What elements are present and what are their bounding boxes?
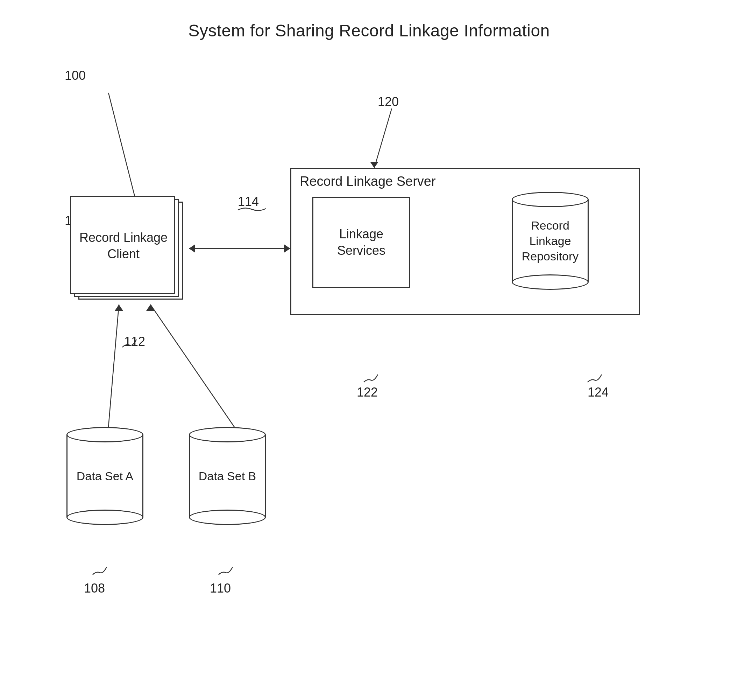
- svg-marker-3: [370, 162, 379, 168]
- dataset-b-cylinder: Data Set B: [189, 427, 266, 525]
- diagram-title: System for Sharing Record Linkage Inform…: [0, 21, 738, 40]
- repository-label: Record Linkage Repository: [512, 218, 589, 264]
- dataset-a-label: Data Set A: [66, 468, 144, 484]
- svg-marker-11: [115, 304, 123, 311]
- record-linkage-client-stack: Record Linkage Client: [70, 196, 189, 301]
- record-linkage-server-box: Record Linkage Server Linkage Services R…: [290, 168, 640, 315]
- linkage-services-box: Linkage Services: [313, 197, 410, 288]
- ref-124: 124: [588, 385, 609, 400]
- diagram-arrows: [0, 0, 738, 700]
- dataset-b-label: Data Set B: [189, 468, 266, 484]
- record-linkage-repository-cylinder: Record Linkage Repository: [512, 192, 589, 290]
- ref-110: 110: [210, 581, 231, 596]
- client-label: Record Linkage Client: [71, 197, 176, 295]
- linkage-services-label: Linkage Services: [313, 226, 409, 259]
- client-page-front: Record Linkage Client: [70, 196, 175, 294]
- ref-108: 108: [84, 581, 105, 596]
- svg-marker-6: [189, 244, 195, 253]
- svg-marker-13: [146, 304, 155, 311]
- svg-line-2: [374, 109, 392, 168]
- svg-line-12: [150, 304, 234, 427]
- diagram-container: System for Sharing Record Linkage Inform…: [0, 0, 738, 700]
- ref-122: 122: [357, 385, 378, 400]
- svg-marker-5: [284, 244, 290, 253]
- ref-112: 112: [124, 334, 145, 349]
- ref-100: 100: [65, 68, 86, 83]
- ref-114: 114: [238, 194, 259, 209]
- dataset-a-cylinder: Data Set A: [66, 427, 144, 525]
- svg-line-10: [109, 304, 119, 427]
- svg-line-0: [109, 93, 136, 203]
- server-label: Record Linkage Server: [300, 174, 436, 189]
- ref-120: 120: [378, 94, 399, 109]
